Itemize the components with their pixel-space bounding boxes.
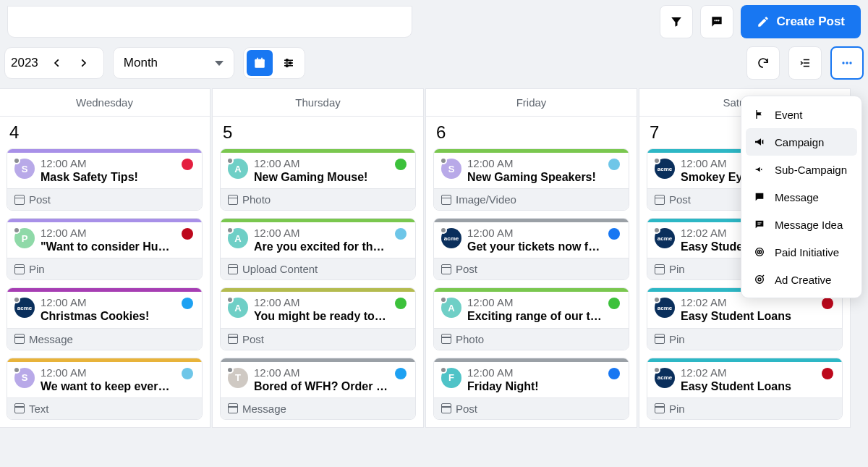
svg-rect-6: [261, 58, 263, 61]
content-type-icon: [14, 264, 25, 274]
svg-rect-5: [257, 58, 258, 61]
more-button[interactable]: [830, 46, 864, 80]
post-card[interactable]: F12:00 AMFriday Night!Post: [433, 358, 629, 420]
content-type-icon: [655, 195, 665, 205]
create-post-label: Create Post: [777, 14, 845, 29]
card-time: 12:00 AM: [467, 227, 603, 240]
card-title: Easy Student Loans: [681, 309, 816, 323]
card-title: Friday Night!: [467, 379, 603, 393]
menu-item-paid-initiative[interactable]: Paid Initiative: [746, 238, 857, 266]
refresh-icon: [757, 56, 770, 70]
svg-point-24: [756, 276, 764, 284]
post-card[interactable]: P12:00 AM"Want to consider Human R…Pin: [7, 218, 203, 280]
filter-button[interactable]: [660, 5, 693, 38]
card-time: 12:00 AM: [467, 296, 603, 309]
card-footer-label: Image/Video: [456, 193, 516, 206]
card-time: 12:02 AM: [681, 366, 816, 379]
calendar-view-button[interactable]: [247, 50, 273, 76]
top-bar: Create Post: [0, 0, 868, 43]
avatar: acme: [655, 159, 675, 179]
indent-button[interactable]: [788, 46, 822, 80]
card-title: We want to keep everyone …: [41, 379, 176, 393]
svg-point-17: [846, 62, 848, 64]
content-type-icon: [441, 403, 451, 413]
avatar: acme: [655, 298, 675, 318]
avatar: S: [441, 159, 461, 179]
post-card[interactable]: A12:00 AMExciting range of our touch …Ph…: [433, 287, 629, 350]
avatar: S: [14, 368, 35, 388]
menu-item-message-idea[interactable]: Message Idea: [746, 211, 857, 238]
menu-item-label: Message: [775, 191, 819, 203]
post-card[interactable]: acme12:00 AMGet your tickets now for thi…: [433, 218, 629, 280]
card-title: Mask Safety Tips!: [41, 170, 176, 184]
next-button[interactable]: [70, 50, 96, 76]
menu-item-label: Campaign: [775, 136, 824, 148]
content-type-icon: [228, 403, 238, 413]
content-type-icon: [655, 334, 665, 344]
chat-button[interactable]: [700, 5, 733, 38]
menu-item-label: Ad Creative: [775, 274, 831, 286]
network-badge-icon: [182, 298, 193, 309]
day-number: 6: [426, 117, 637, 148]
card-time: 12:02 AM: [681, 296, 816, 309]
avatar: A: [228, 228, 248, 248]
post-card[interactable]: acme12:02 AMEasy Student LoansPin: [647, 358, 843, 420]
card-footer-label: Pin: [669, 403, 685, 415]
post-card[interactable]: T12:00 AMBored of WFH? Order your f…Mess…: [220, 358, 416, 420]
card-footer: Post: [434, 397, 629, 419]
create-post-button[interactable]: Create Post: [741, 5, 861, 38]
card-footer-label: Photo: [242, 193, 271, 206]
post-card[interactable]: S12:00 AMMask Safety Tips!Post: [7, 148, 203, 211]
megaphone-icon: [753, 135, 766, 148]
menu-item-sub-campaign[interactable]: Sub-Campaign: [746, 156, 857, 183]
svg-rect-20: [757, 224, 760, 224]
post-card[interactable]: acme12:00 AMChristmas Cookies!Message: [7, 287, 203, 350]
network-badge-icon: [395, 298, 407, 309]
prev-button[interactable]: [44, 50, 70, 76]
card-time: 12:00 AM: [41, 157, 176, 170]
card-time: 12:00 AM: [41, 227, 176, 240]
day-column: Wednesday4S12:00 AMMask Safety Tips!Post…: [0, 88, 210, 428]
menu-item-event[interactable]: Event: [746, 101, 857, 128]
date-nav: 2023: [4, 47, 104, 79]
post-card[interactable]: S12:00 AMNew Gaming Speakers!Image/Video: [433, 148, 629, 211]
card-footer-label: Pin: [29, 263, 45, 275]
post-card[interactable]: A12:00 AMNew Gaming Mouse!Photo: [220, 148, 416, 211]
network-badge-icon: [822, 368, 833, 379]
avatar: A: [441, 298, 461, 318]
network-badge-icon: [395, 368, 407, 379]
card-footer-label: Message: [242, 403, 286, 415]
card-footer: Pin: [647, 328, 842, 350]
post-card[interactable]: A12:00 AMYou might be ready to dust …Pos…: [220, 287, 416, 350]
content-type-icon: [14, 334, 25, 344]
card-footer-label: Pin: [669, 333, 685, 345]
card-title: Are you excited for the US …: [254, 240, 389, 253]
card-title: You might be ready to dust …: [254, 309, 389, 323]
search-input[interactable]: [7, 6, 412, 38]
cards-list: A12:00 AMNew Gaming Mouse!PhotoA12:00 AM…: [213, 148, 423, 427]
content-type-icon: [655, 403, 665, 413]
menu-item-ad-creative[interactable]: Ad Creative: [746, 266, 857, 293]
status-dot: [653, 227, 660, 234]
menu-item-message[interactable]: Message: [746, 183, 857, 211]
view-select[interactable]: Month: [113, 47, 234, 79]
content-type-icon: [441, 264, 451, 274]
content-type-icon: [655, 264, 665, 274]
post-card[interactable]: S12:00 AMWe want to keep everyone …Text: [7, 358, 203, 420]
svg-point-11: [289, 62, 292, 64]
post-card[interactable]: A12:00 AMAre you excited for the US …Upl…: [220, 218, 416, 280]
day-header: Thursday: [213, 89, 423, 117]
megaphone-small-icon: [753, 163, 766, 176]
card-footer-label: Pin: [669, 263, 685, 275]
list-view-button[interactable]: [276, 50, 302, 76]
svg-point-25: [758, 278, 761, 281]
refresh-button[interactable]: [746, 46, 780, 80]
card-footer-label: Post: [29, 193, 51, 206]
status-dot: [226, 366, 234, 374]
svg-line-26: [762, 275, 764, 277]
network-badge-icon: [608, 159, 620, 170]
avatar: acme: [655, 368, 675, 388]
calendar-grid: Wednesday4S12:00 AMMask Safety Tips!Post…: [0, 88, 868, 428]
menu-item-campaign[interactable]: Campaign: [746, 128, 857, 156]
status-dot: [440, 157, 447, 164]
